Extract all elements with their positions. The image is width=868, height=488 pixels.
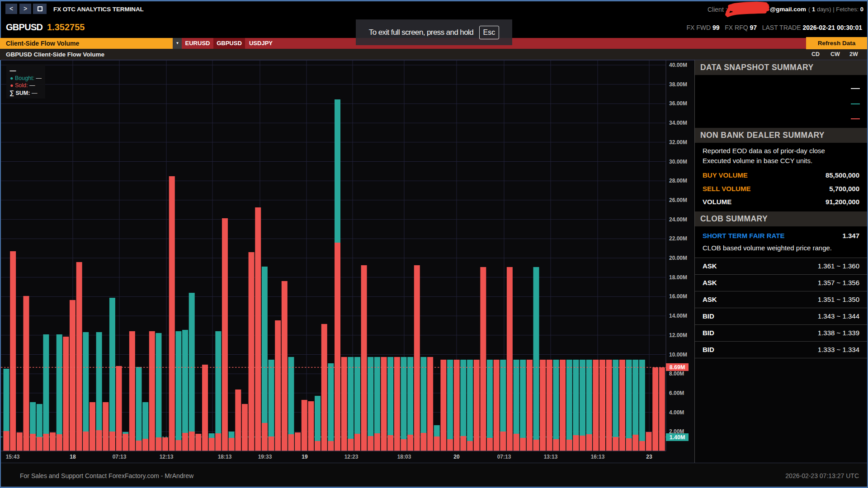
svg-text:8.69M: 8.69M <box>670 364 685 371</box>
svg-text:8.00M: 8.00M <box>669 371 684 377</box>
svg-text:∑ SUM: —: ∑ SUM: — <box>9 89 38 97</box>
svg-text:32.00M: 32.00M <box>669 139 687 145</box>
svg-text:20.00M: 20.00M <box>669 255 687 261</box>
svg-text:19: 19 <box>302 454 308 460</box>
svg-text:● Sold: —: ● Sold: — <box>10 82 35 89</box>
svg-text:22.00M: 22.00M <box>669 235 687 242</box>
svg-text:34.00M: 34.00M <box>669 120 687 126</box>
svg-text:38.00M: 38.00M <box>669 81 687 88</box>
svg-text:6.00M: 6.00M <box>669 390 684 396</box>
svg-text:23: 23 <box>646 454 652 460</box>
svg-text:18:03: 18:03 <box>397 454 411 460</box>
svg-text:12.00M: 12.00M <box>669 332 687 338</box>
svg-text:4.00M: 4.00M <box>669 409 684 416</box>
svg-text:07:13: 07:13 <box>497 454 511 460</box>
svg-text:13:13: 13:13 <box>544 454 558 460</box>
svg-text:15:43: 15:43 <box>6 454 20 460</box>
svg-text:14.00M: 14.00M <box>669 313 687 319</box>
svg-text:12:13: 12:13 <box>160 454 174 460</box>
svg-text:18: 18 <box>70 454 76 460</box>
svg-text:07:13: 07:13 <box>113 454 127 460</box>
svg-text:40.00M: 40.00M <box>669 62 687 68</box>
svg-text:19:33: 19:33 <box>258 454 272 460</box>
svg-text:18.00M: 18.00M <box>669 274 687 281</box>
svg-text:24.00M: 24.00M <box>669 216 687 223</box>
svg-text:26.00M: 26.00M <box>669 197 687 203</box>
svg-text:16.00M: 16.00M <box>669 293 687 300</box>
svg-text:1.40M: 1.40M <box>670 434 685 441</box>
svg-text:20: 20 <box>453 454 460 460</box>
svg-text:16:13: 16:13 <box>591 454 605 460</box>
svg-text:2.00M: 2.00M <box>669 428 684 435</box>
svg-text:28.00M: 28.00M <box>669 178 687 184</box>
svg-text:● Bought: —: ● Bought: — <box>10 75 42 81</box>
svg-text:12:23: 12:23 <box>344 454 359 460</box>
svg-text:30.00M: 30.00M <box>669 159 687 165</box>
svg-text:18:13: 18:13 <box>218 454 232 460</box>
svg-text:10.00M: 10.00M <box>669 352 687 358</box>
svg-text:36.00M: 36.00M <box>669 100 687 107</box>
